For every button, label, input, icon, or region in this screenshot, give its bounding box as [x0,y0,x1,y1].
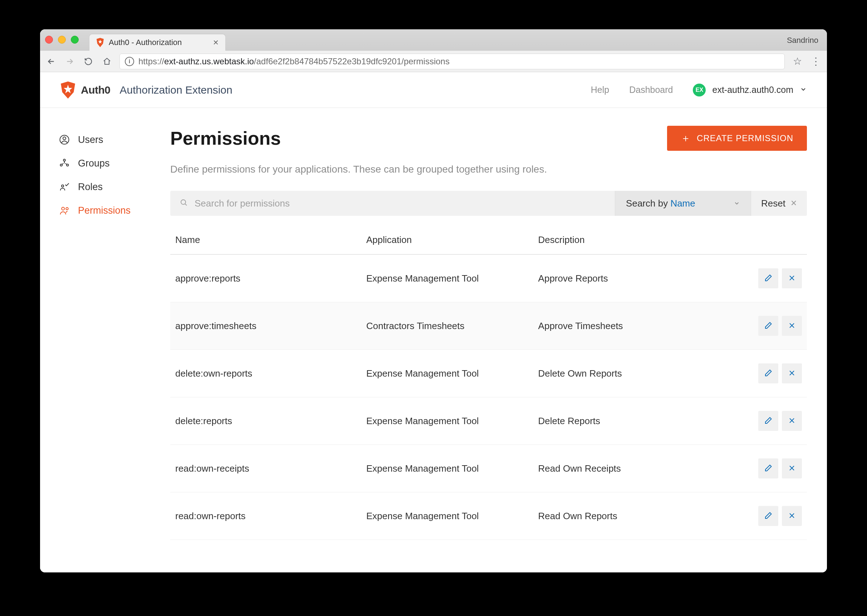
browser-window: Auth0 - Authorization ✕ Sandrino i ht [40,29,827,572]
cell-name: delete:own-reports [170,350,361,397]
svg-point-1 [63,137,66,140]
cell-name: read:own-receipts [170,445,361,492]
svg-point-5 [61,185,64,187]
sidebar-item-label: Groups [78,158,110,169]
cell-description: Read Own Receipts [533,445,705,492]
cell-application: Contractors Timesheets [361,302,533,350]
tenant-avatar: EX [693,83,706,96]
reset-button[interactable]: Reset ✕ [751,191,807,216]
cell-application: Expense Management Tool [361,350,533,397]
x-icon [788,464,796,473]
tenant-name: ext-authz.auth0.com [712,85,793,95]
x-icon [788,369,796,379]
x-icon [788,274,796,283]
search-by-field: Name [670,198,695,209]
svg-point-2 [63,159,65,162]
pencil-icon [764,274,772,283]
sidebar-item-groups[interactable]: Groups [59,151,162,175]
edit-button[interactable] [758,459,778,478]
plus-icon: ＋ [681,132,691,145]
browser-menu-icon[interactable]: ⋮ [810,55,822,68]
site-info-icon[interactable]: i [125,57,134,66]
delete-button[interactable] [782,268,802,288]
delete-button[interactable] [782,316,802,336]
url-text: https://ext-authz.us.webtask.io/adf6e2f2… [139,57,449,66]
cell-application: Expense Management Tool [361,492,533,540]
window-close-button[interactable] [45,36,53,44]
column-header-description[interactable]: Description [533,226,705,255]
search-input-wrap[interactable] [170,191,615,216]
page-description: Define permissions for your applications… [170,163,807,175]
delete-button[interactable] [782,506,802,526]
delete-button[interactable] [782,459,802,478]
sidebar-item-label: Roles [78,182,102,193]
sidebar-item-permissions[interactable]: Permissions [59,199,162,222]
sidebar-item-users[interactable]: Users [59,128,162,151]
cell-description: Delete Own Reports [533,350,705,397]
extension-title: Authorization Extension [120,84,232,96]
bookmark-icon[interactable]: ☆ [791,55,803,68]
edit-button[interactable] [758,316,778,336]
pencil-icon [764,464,772,473]
browser-tab[interactable]: Auth0 - Authorization ✕ [90,34,225,51]
search-bar: Search by Name Reset ✕ [170,191,807,216]
cell-name: read:own-reports [170,492,361,540]
svg-point-7 [66,207,68,210]
dashboard-link[interactable]: Dashboard [629,85,673,95]
cell-name: approve:timesheets [170,302,361,350]
delete-button[interactable] [782,363,802,383]
delete-button[interactable] [782,411,802,431]
tenant-switcher[interactable]: EX ext-authz.auth0.com [693,83,807,96]
svg-point-8 [181,200,186,204]
browser-tab-strip: Auth0 - Authorization ✕ Sandrino [40,29,827,51]
table-row: delete:own-reportsExpense Management Too… [170,350,807,397]
column-header-name[interactable]: Name [170,226,361,255]
chevron-down-icon [734,198,740,209]
chevron-down-icon [800,86,807,94]
help-link[interactable]: Help [591,85,609,95]
sidebar: Users Groups Roles [40,108,162,540]
edit-button[interactable] [758,268,778,288]
cell-description: Approve Timesheets [533,302,705,350]
sidebar-item-label: Users [78,134,103,145]
back-button[interactable] [45,55,57,68]
main-content: Permissions ＋ CREATE PERMISSION Define p… [162,108,827,540]
sidebar-item-roles[interactable]: Roles [59,175,162,199]
address-bar[interactable]: i https://ext-authz.us.webtask.io/adf6e2… [120,53,785,69]
forward-button[interactable] [64,55,76,68]
logo-block[interactable]: Auth0 [60,82,110,99]
table-row: approve:reportsExpense Management ToolAp… [170,255,807,302]
close-icon: ✕ [790,199,797,208]
edit-button[interactable] [758,363,778,383]
user-icon [59,134,70,145]
search-by-dropdown[interactable]: Search by Name [615,191,751,216]
table-row: read:own-receiptsExpense Management Tool… [170,445,807,492]
x-icon [788,416,796,426]
cell-name: approve:reports [170,255,361,302]
edit-button[interactable] [758,411,778,431]
permissions-table: Name Application Description approve:rep… [170,226,807,540]
auth0-logo-icon [60,82,76,99]
sidebar-item-label: Permissions [78,205,131,216]
create-button-label: CREATE PERMISSION [697,133,793,143]
column-header-application[interactable]: Application [361,226,533,255]
search-input[interactable] [195,198,605,209]
reload-button[interactable] [82,55,95,68]
window-controls [45,36,79,44]
window-minimize-button[interactable] [58,36,66,44]
table-row: delete:reportsExpense Management ToolDel… [170,397,807,445]
auth0-favicon-icon [96,38,104,47]
window-maximize-button[interactable] [71,36,79,44]
edit-button[interactable] [758,506,778,526]
pencil-icon [764,511,772,521]
x-icon [788,321,796,331]
create-permission-button[interactable]: ＋ CREATE PERMISSION [667,126,807,151]
reset-label: Reset [761,198,785,209]
table-row: read:own-reportsExpense Management ToolR… [170,492,807,540]
search-icon [180,198,188,208]
pencil-icon [764,416,772,426]
cell-description: Approve Reports [533,255,705,302]
home-button[interactable] [101,55,113,68]
tab-close-icon[interactable]: ✕ [213,38,219,47]
browser-profile-name[interactable]: Sandrino [787,36,822,45]
